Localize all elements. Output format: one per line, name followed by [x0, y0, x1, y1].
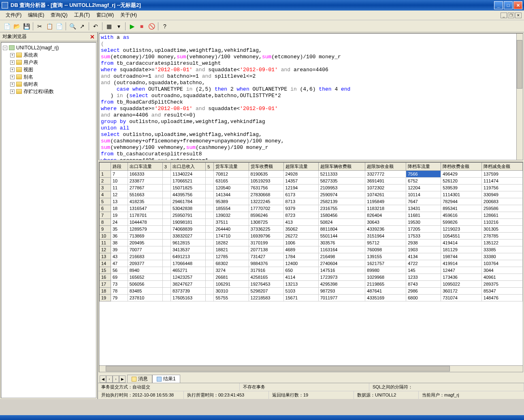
- data-cell[interactable]: 233877: [128, 178, 162, 185]
- data-cell[interactable]: 141344: [214, 191, 249, 198]
- data-cell[interactable]: 19276453: [249, 281, 283, 288]
- data-cell[interactable]: 35062: [283, 226, 318, 233]
- data-cell[interactable]: [162, 260, 170, 267]
- mdi-restore[interactable]: ❐: [508, 13, 514, 18]
- data-cell[interactable]: 27830668: [249, 191, 283, 198]
- data-cell[interactable]: 8743: [406, 281, 441, 288]
- object-tree[interactable]: − UNITOLL2(magf_rj) +系统表+用户表+视图+别名+临时表+存…: [1, 42, 96, 398]
- data-cell[interactable]: 8373739: [171, 288, 206, 295]
- menu-file[interactable]: 文件(F): [2, 11, 25, 19]
- data-cell[interactable]: 506056: [128, 281, 162, 288]
- data-cell[interactable]: 418235: [128, 198, 162, 205]
- data-cell[interactable]: 16939796: [249, 233, 283, 240]
- data-cell[interactable]: 33385: [482, 246, 523, 253]
- data-cell[interactable]: 68302: [214, 260, 249, 267]
- data-cell[interactable]: 10519293: [249, 178, 283, 185]
- menu-query[interactable]: 查询(Q): [47, 11, 70, 19]
- data-cell[interactable]: [206, 240, 214, 246]
- data-cell[interactable]: [206, 185, 214, 191]
- data-cell[interactable]: 1308725: [249, 219, 283, 226]
- data-cell[interactable]: 1074261: [365, 191, 406, 198]
- tab-nav-first[interactable]: ◀: [100, 375, 106, 383]
- data-cell[interactable]: 9612815: [171, 240, 206, 246]
- data-cell[interactable]: 70077: [128, 246, 162, 253]
- data-cell[interactable]: 216683: [128, 253, 162, 260]
- data-cell[interactable]: 85347: [482, 288, 523, 295]
- data-cell[interactable]: 4134: [406, 253, 441, 260]
- data-cell[interactable]: 17605163: [171, 295, 206, 301]
- tree-node[interactable]: +视图: [3, 66, 94, 73]
- table-row[interactable]: 9351289579740688392644403733622535062881…: [100, 226, 523, 233]
- data-cell[interactable]: 7: [111, 171, 128, 178]
- data-cell[interactable]: 70812: [214, 171, 249, 178]
- data-cell[interactable]: 1723973: [318, 274, 365, 281]
- run-button[interactable]: ▶: [128, 22, 136, 31]
- close-button[interactable]: ✕: [513, 1, 522, 9]
- mdi-minimize[interactable]: _: [501, 13, 507, 18]
- data-cell[interactable]: 12: [111, 191, 128, 198]
- data-cell[interactable]: 95712: [365, 240, 406, 246]
- expand-icon[interactable]: +: [10, 60, 15, 65]
- data-cell[interactable]: 782944: [441, 198, 482, 205]
- data-cell[interactable]: [162, 274, 170, 281]
- data-cell[interactable]: 8190635: [249, 171, 283, 178]
- data-cell[interactable]: [162, 185, 170, 191]
- column-header[interactable]: 出口车流量: [128, 163, 162, 171]
- expand-icon[interactable]: +: [10, 82, 15, 87]
- data-cell[interactable]: 50824: [318, 219, 365, 226]
- row-number[interactable]: 9: [100, 226, 111, 233]
- data-cell[interactable]: [206, 253, 214, 260]
- table-row[interactable]: 3112778671507182512054076317561219421099…: [100, 185, 523, 191]
- data-cell[interactable]: [206, 274, 214, 281]
- data-cell[interactable]: 12447: [441, 267, 482, 274]
- data-cell[interactable]: 4722: [406, 260, 441, 267]
- data-cell[interactable]: 198744: [441, 253, 482, 260]
- data-cell[interactable]: 7011977: [318, 295, 365, 301]
- table-row[interactable]: 1878834858373739303105298207510398729348…: [100, 288, 523, 295]
- data-cell[interactable]: 278785: [482, 233, 523, 240]
- data-cell[interactable]: 35: [111, 226, 128, 233]
- data-cell[interactable]: 301305: [482, 226, 523, 233]
- data-cell[interactable]: 487641: [365, 288, 406, 295]
- data-cell[interactable]: 17533: [406, 233, 441, 240]
- table-row[interactable]: 1447209377170664486830298843761240027406…: [100, 260, 523, 267]
- grid-dropdown-icon[interactable]: ▾: [114, 22, 123, 31]
- data-cell[interactable]: 56: [111, 267, 128, 274]
- data-cell[interactable]: 277867: [128, 185, 162, 191]
- data-cell[interactable]: 1219023: [441, 226, 482, 233]
- data-cell[interactable]: [206, 267, 214, 274]
- tab-nav-next[interactable]: ›: [113, 375, 119, 383]
- row-number[interactable]: 2: [100, 178, 111, 185]
- row-number[interactable]: 15: [100, 267, 111, 274]
- data-cell[interactable]: 26272: [283, 233, 318, 240]
- data-cell[interactable]: 18: [111, 205, 128, 212]
- data-cell[interactable]: 24: [111, 219, 128, 226]
- expand-icon[interactable]: +: [10, 68, 15, 72]
- data-cell[interactable]: 1178701: [128, 212, 162, 219]
- new-icon[interactable]: 📄: [2, 22, 11, 31]
- data-cell[interactable]: 13222245: [249, 198, 283, 205]
- data-cell[interactable]: [206, 260, 214, 267]
- tab-result1[interactable]: 结果1: [152, 375, 180, 383]
- column-header[interactable]: 路段: [111, 163, 128, 171]
- data-cell[interactable]: [206, 288, 214, 295]
- data-cell[interactable]: 63165: [214, 178, 249, 185]
- data-cell[interactable]: 7647: [406, 198, 441, 205]
- data-cell[interactable]: 4689: [283, 246, 318, 253]
- data-cell[interactable]: [206, 233, 214, 240]
- data-cell[interactable]: 73: [111, 281, 128, 288]
- table-row[interactable]: 1669165652124232572668142581654114172397…: [100, 274, 523, 281]
- data-cell[interactable]: [206, 226, 214, 233]
- data-cell[interactable]: 413: [283, 219, 318, 226]
- data-cell[interactable]: 185554: [214, 205, 249, 212]
- data-cell[interactable]: 1195849: [365, 198, 406, 205]
- row-number[interactable]: 8: [100, 219, 111, 226]
- data-cell[interactable]: 1903: [406, 246, 441, 253]
- data-cell[interactable]: 2740604: [318, 260, 365, 267]
- data-cell[interactable]: 36: [111, 233, 128, 240]
- results-hscrollbar[interactable]: [99, 365, 523, 372]
- data-cell[interactable]: 37336225: [249, 226, 283, 233]
- data-cell[interactable]: 74068839: [171, 226, 206, 233]
- data-cell[interactable]: 8713: [283, 198, 318, 205]
- data-cell[interactable]: 4335169: [365, 295, 406, 301]
